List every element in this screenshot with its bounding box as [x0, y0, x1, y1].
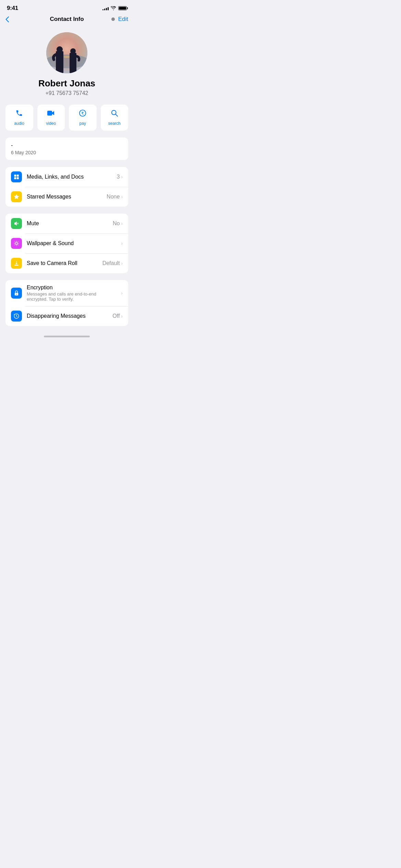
svg-point-19	[16, 294, 17, 294]
wallpaper-label: Wallpaper & Sound	[27, 240, 74, 246]
media-icon	[11, 171, 22, 182]
back-button[interactable]	[5, 16, 9, 22]
encryption-subtitle: Messages and calls are end-to-end encryp…	[27, 291, 116, 302]
svg-line-11	[116, 114, 118, 116]
media-links-docs-item[interactable]: Media, Links, and Docs 3 ›	[5, 167, 128, 187]
encryption-item[interactable]: Encryption Messages and calls are end-to…	[5, 280, 128, 306]
avatar[interactable]	[46, 32, 87, 73]
nav-bar: Contact Info Edit	[0, 14, 134, 27]
disappearing-messages-item[interactable]: Disappearing Messages Off ›	[5, 306, 128, 326]
media-links-docs-content: Media, Links, and Docs	[27, 174, 112, 180]
mute-label: Mute	[27, 220, 39, 226]
disappearing-status: Off	[112, 313, 120, 319]
encryption-content: Encryption Messages and calls are end-to…	[27, 285, 116, 302]
encryption-value: ›	[121, 290, 123, 296]
home-indicator	[0, 333, 134, 339]
media-links-docs-label: Media, Links, and Docs	[27, 174, 84, 180]
media-chevron-icon: ›	[121, 174, 123, 180]
mute-content: Mute	[27, 220, 108, 227]
security-section: Encryption Messages and calls are end-to…	[5, 280, 128, 326]
avatar-image	[46, 32, 87, 73]
svg-rect-7	[47, 111, 52, 116]
battery-icon	[118, 6, 127, 10]
mute-chevron-icon: ›	[121, 221, 123, 226]
starred-icon	[11, 191, 22, 202]
encryption-label: Encryption	[27, 285, 53, 290]
svg-point-4	[57, 46, 63, 52]
disappearing-messages-label: Disappearing Messages	[27, 313, 86, 319]
status-time: 9:41	[7, 5, 18, 12]
disappearing-messages-content: Disappearing Messages	[27, 313, 108, 319]
svg-rect-12	[14, 174, 16, 177]
video-button[interactable]: video	[37, 105, 65, 131]
camera-roll-chevron-icon: ›	[121, 261, 123, 266]
svg-rect-14	[14, 177, 16, 179]
action-buttons: audio video ₹ pay search	[0, 105, 134, 131]
camera-roll-item[interactable]: Save to Camera Roll Default ›	[5, 253, 128, 273]
audio-label: audio	[14, 121, 24, 126]
svg-rect-17	[14, 265, 19, 266]
video-label: video	[46, 121, 56, 126]
settings-section: Mute No › Wallpaper & Sound ›	[5, 214, 128, 273]
starred-value: None	[107, 194, 120, 200]
contact-phone: +91 75673 75742	[45, 90, 88, 96]
camera-roll-content: Save to Camera Roll	[27, 260, 98, 266]
pay-button[interactable]: ₹ pay	[69, 105, 97, 131]
pay-label: pay	[80, 121, 86, 126]
camera-roll-status: Default	[102, 260, 120, 266]
svg-point-2	[63, 56, 70, 58]
media-count: 3	[117, 174, 120, 180]
info-card: - 6 May 2020	[5, 137, 128, 160]
wallpaper-sound-item[interactable]: Wallpaper & Sound ›	[5, 233, 128, 253]
profile-section: Robert Jonas +91 75673 75742	[0, 27, 134, 105]
svg-text:₹: ₹	[81, 111, 84, 116]
signal-bars-icon	[102, 6, 109, 10]
rupee-icon: ₹	[79, 109, 86, 119]
disappearing-chevron-icon: ›	[121, 313, 123, 319]
svg-point-16	[15, 242, 17, 244]
status-dot	[111, 17, 115, 21]
home-bar	[44, 336, 90, 337]
media-links-docs-value: 3 ›	[117, 174, 123, 180]
starred-messages-value: None ›	[107, 194, 123, 200]
starred-chevron-icon: ›	[121, 194, 123, 200]
starred-messages-content: Starred Messages	[27, 194, 102, 200]
camera-roll-label: Save to Camera Roll	[27, 260, 77, 266]
edit-button[interactable]: Edit	[118, 16, 128, 23]
mute-value: No ›	[113, 220, 123, 227]
mute-status: No	[113, 220, 120, 227]
nav-right: Edit	[111, 16, 128, 23]
mute-icon	[11, 218, 22, 229]
info-date: 6 May 2020	[11, 150, 123, 155]
wallpaper-chevron-icon: ›	[121, 241, 123, 246]
media-section: Media, Links, and Docs 3 › Starred Messa…	[5, 167, 128, 207]
svg-point-6	[70, 48, 76, 54]
wifi-icon	[111, 6, 116, 10]
page-title: Contact Info	[50, 16, 84, 23]
mute-item[interactable]: Mute No ›	[5, 214, 128, 233]
status-icons	[102, 6, 127, 10]
phone-icon	[15, 109, 23, 119]
audio-button[interactable]: audio	[5, 105, 33, 131]
info-dash: -	[11, 142, 123, 148]
status-bar: 9:41	[0, 0, 134, 14]
search-button[interactable]: search	[101, 105, 129, 131]
contact-name: Robert Jonas	[38, 78, 95, 89]
starred-messages-item[interactable]: Starred Messages None ›	[5, 187, 128, 207]
encryption-chevron-icon: ›	[121, 290, 123, 296]
svg-rect-13	[17, 174, 19, 177]
svg-rect-15	[17, 177, 19, 179]
wallpaper-icon	[11, 238, 22, 249]
disappearing-icon	[11, 311, 22, 322]
video-icon	[47, 109, 55, 119]
encryption-icon	[11, 288, 22, 299]
wallpaper-value: ›	[121, 241, 123, 246]
starred-messages-label: Starred Messages	[27, 194, 71, 200]
camera-roll-icon	[11, 258, 22, 269]
disappearing-messages-value: Off ›	[112, 313, 123, 319]
search-label: search	[108, 121, 121, 126]
wallpaper-content: Wallpaper & Sound	[27, 240, 116, 246]
camera-roll-value: Default ›	[102, 260, 123, 266]
search-icon	[111, 109, 118, 119]
